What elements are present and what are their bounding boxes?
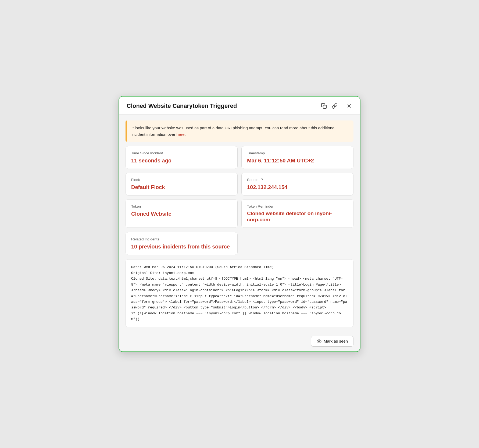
modal-header: Cloned Website Canarytoken Triggered <box>119 97 360 115</box>
related-incidents-card: Related Incidents 10 previous incidents … <box>126 232 238 255</box>
timestamp-value: Mar 6, 11:12:50 AM UTC+2 <box>247 157 348 164</box>
time-since-card: Time Since Incident 11 seconds ago <box>126 146 238 169</box>
header-actions <box>320 102 352 109</box>
token-reminder-card: Token Reminder Cloned website detector o… <box>241 199 353 228</box>
modal-body: It looks like your website was used as p… <box>119 115 360 333</box>
link-button[interactable] <box>331 102 338 109</box>
close-button[interactable] <box>346 103 352 109</box>
time-since-value: 11 seconds ago <box>131 157 232 164</box>
code-block[interactable]: Date: Wed Mar 06 2024 11:12:50 UTC+0200 … <box>126 259 353 327</box>
svg-rect-0 <box>323 105 326 109</box>
related-incidents-grid: Related Incidents 10 previous incidents … <box>126 232 353 255</box>
related-incidents-label: Related Incidents <box>131 237 232 241</box>
mark-as-seen-label: Mark as seen <box>324 339 348 343</box>
flock-card: Flock Default Flock <box>126 173 238 195</box>
modal-footer: Mark as seen <box>119 333 360 351</box>
source-ip-label: Source IP <box>247 178 348 182</box>
copy-button[interactable] <box>320 102 327 109</box>
modal-title: Cloned Website Canarytoken Triggered <box>127 102 237 109</box>
timestamp-label: Timestamp <box>247 151 348 155</box>
alert-banner: It looks like your website was used as p… <box>126 120 353 142</box>
token-reminder-value: Cloned website detector on inyoni-corp.c… <box>247 211 348 223</box>
source-ip-card: Source IP 102.132.244.154 <box>241 173 353 195</box>
flock-label: Flock <box>131 178 232 182</box>
token-value: Cloned Website <box>131 211 232 217</box>
close-icon <box>346 103 352 109</box>
token-reminder-label: Token Reminder <box>247 204 348 208</box>
eye-icon <box>317 339 321 344</box>
flock-value: Default Flock <box>131 184 232 190</box>
svg-point-3 <box>319 340 320 342</box>
header-divider <box>342 103 342 109</box>
token-label: Token <box>131 204 232 208</box>
alert-text-after: . <box>185 132 186 137</box>
timestamp-card: Timestamp Mar 6, 11:12:50 AM UTC+2 <box>241 146 353 169</box>
alert-link[interactable]: here <box>177 132 185 137</box>
copy-icon <box>321 103 327 109</box>
info-grid: Time Since Incident 11 seconds ago Times… <box>126 146 353 228</box>
source-ip-value: 102.132.244.154 <box>247 184 348 190</box>
mark-as-seen-button[interactable]: Mark as seen <box>311 336 353 347</box>
related-incidents-value: 10 previous incidents from this source <box>131 243 232 250</box>
token-card: Token Cloned Website <box>126 199 238 228</box>
alert-text-before: It looks like your website was used as p… <box>131 126 335 136</box>
link-icon <box>332 103 338 109</box>
modal-container: Cloned Website Canarytoken Triggered <box>119 96 360 352</box>
time-since-label: Time Since Incident <box>131 151 232 155</box>
